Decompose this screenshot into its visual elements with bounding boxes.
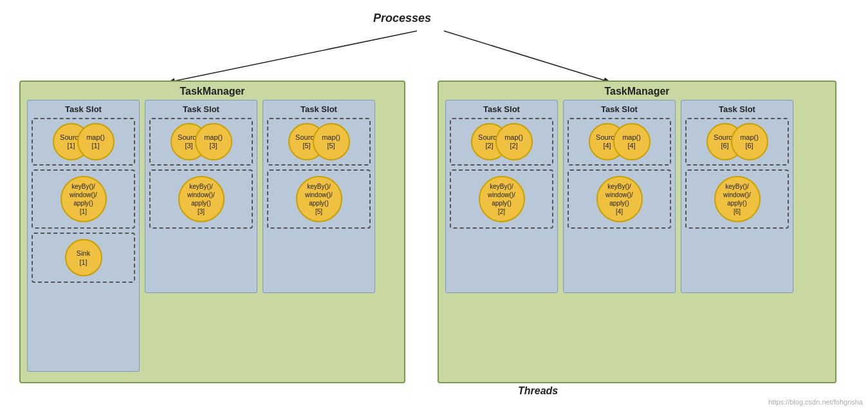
left-slot-3-source-map-box: Source [5] map() [5] [267,118,371,166]
right-slot-1-map-circle: map() [2] [495,123,533,160]
left-slot-2: Task Slot Source [3] map() [3] [145,100,257,293]
right-slot-3-source-map-box: Source [6] map() [6] [685,118,789,166]
left-slot-1-keyby-box: keyBy()/ window()/ apply() [1] [32,169,135,229]
main-container: Processes TaskManager Task Slot [0,0,868,411]
right-slot-3-label: Task Slot [719,104,755,114]
right-slot-2-map-circle: map() [4] [613,123,651,160]
left-slot-2-overlap: Source [3] map() [3] [171,123,232,160]
right-slot-2-overlap: Source [4] map() [4] [589,123,651,160]
left-slot-3: Task Slot Source [5] map() [5] [263,100,375,293]
right-slot-2-label: Task Slot [601,104,638,114]
left-slot-1-sink-circle: Sink [1] [65,239,102,276]
left-slot-3-keyby-circle: keyBy()/ window()/ apply() [5] [296,176,342,222]
right-slot-2-keyby-box: keyBy()/ window()/ apply() [4] [568,169,671,229]
right-slot-3: Task Slot Source [6] map() [6] [681,100,793,293]
right-task-manager-inner: Task Slot Source [2] map() [2] [439,100,835,378]
right-slot-3-overlap: Source [6] map() [6] [706,123,768,160]
left-slot-3-overlap: Source [5] map() [5] [288,123,350,160]
left-slot-3-keyby-box: keyBy()/ window()/ apply() [5] [267,169,371,229]
right-slot-3-keyby-circle: keyBy()/ window()/ apply() [6] [714,176,761,222]
right-task-manager: TaskManager Task Slot Source [2] map() [… [438,81,836,383]
watermark: https://blog.csdn.net/fohgnsha [768,398,863,406]
right-slot-1-label: Task Slot [483,104,520,114]
left-slot-2-keyby-circle: keyBy()/ window()/ apply() [3] [178,176,225,222]
left-slot-1-source-map-box: Source [1] map() [1] [32,118,135,166]
right-slot-1-overlap: Source [2] map() [2] [471,123,533,160]
right-slot-1-keyby-box: keyBy()/ window()/ apply() [2] [450,169,553,229]
right-slot-1-keyby-circle: keyBy()/ window()/ apply() [2] [479,176,525,222]
left-slot-1-keyby-circle: keyBy()/ window()/ apply() [1] [60,176,107,222]
left-slot-1-map-circle: map() [1] [77,123,115,160]
left-task-manager-inner: Task Slot Source [1] map() [1] [21,100,404,378]
processes-label: Processes [373,12,431,25]
left-slot-1-label: Task Slot [65,104,102,114]
left-slot-2-keyby-box: keyBy()/ window()/ apply() [3] [149,169,253,229]
left-slot-2-label: Task Slot [183,104,219,114]
left-slot-2-map-circle: map() [3] [195,123,232,160]
threads-label: Threads [518,385,558,397]
left-slot-1: Task Slot Source [1] map() [1] [27,100,140,372]
svg-line-2 [444,31,611,82]
right-slot-1: Task Slot Source [2] map() [2] [445,100,558,293]
svg-line-1 [167,31,417,82]
left-task-manager-label: TaskManager [21,82,404,100]
right-slot-3-map-circle: map() [6] [731,123,768,160]
left-slot-2-source-map-box: Source [3] map() [3] [149,118,253,166]
right-slot-2-keyby-circle: keyBy()/ window()/ apply() [4] [596,176,643,222]
left-slot-1-overlap: Source [1] map() [1] [53,123,115,160]
right-task-manager-label: TaskManager [439,82,835,100]
left-slot-3-label: Task Slot [300,104,337,114]
left-slot-1-sink-box: Sink [1] [32,233,135,283]
left-slot-3-map-circle: map() [5] [313,123,350,160]
right-slot-2-source-map-box: Source [4] map() [4] [568,118,671,166]
right-slot-2: Task Slot Source [4] map() [4] [563,100,676,293]
right-slot-1-source-map-box: Source [2] map() [2] [450,118,553,166]
left-task-manager: TaskManager Task Slot Source [1] map() [… [19,81,405,383]
right-slot-3-keyby-box: keyBy()/ window()/ apply() [6] [685,169,789,229]
